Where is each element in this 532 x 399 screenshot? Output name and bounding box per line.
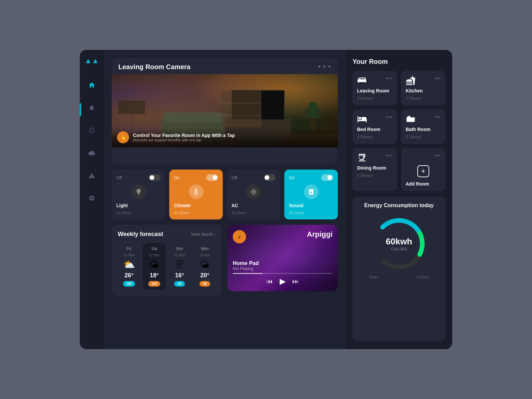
fri-date: 11 Mar	[123, 253, 135, 257]
climate-icon	[189, 185, 203, 199]
overlay-text: Control Your Favorite Room in App With a…	[133, 133, 235, 142]
sat-date: 12 Mar	[149, 253, 160, 257]
ac-time: 1h 59min	[231, 211, 276, 215]
bedroom-room-name: Bed Room	[357, 127, 392, 132]
sat-name: Sat	[151, 246, 157, 251]
sidebar: ▲▲	[80, 50, 104, 349]
ac-unit-icon	[250, 188, 257, 196]
bathroom-room-devices: 2 Device	[406, 135, 441, 139]
plant-left	[305, 108, 311, 118]
kitchen-menu[interactable]: •••	[434, 75, 441, 81]
device-card-climate[interactable]: On Climate 3h 02min	[169, 170, 223, 219]
music-artist-name: Arpiggi	[307, 230, 332, 239]
gauge-max-label: 100kwh	[416, 275, 429, 279]
room-card-bathroom-header: •••	[406, 114, 441, 124]
climate-icon-wrap	[174, 184, 218, 200]
room-card-kitchen[interactable]: ••• Kitchen 2 Device	[401, 71, 446, 105]
mon-name: Mon	[201, 246, 208, 251]
forecast-day-fri[interactable]: Fri 11 Mar ⛅ 26° 193	[118, 243, 140, 290]
fast-forward-button[interactable]: ⏭	[292, 278, 299, 285]
bed-icon	[357, 114, 367, 124]
bottom-section: Weekly forecast Next Month › Fri 11 Mar …	[112, 225, 338, 296]
music-content: ♪ Arpiggi Home Pad Not Playing ⏮ ▶ ⏭	[227, 225, 338, 291]
room-card-dining[interactable]: ••• Dining Room 5 Device	[352, 148, 397, 191]
forecast-days: Fri 11 Mar ⛅ 26° 193 Sat 12 Mar 🌤 18° 16…	[118, 243, 216, 290]
camera-menu-dots[interactable]: • • •	[318, 64, 331, 70]
kitchen-room-devices: 2 Device	[406, 96, 441, 101]
device-card-light[interactable]: Off Light 2h 20min	[112, 170, 165, 219]
sun-date: 13 Mar	[174, 253, 185, 257]
climate-toggle[interactable]	[206, 174, 218, 181]
ac-icon	[246, 185, 261, 199]
light-icon	[131, 185, 146, 199]
camera-overlay: 👆 Control Your Favorite Room in App With…	[112, 127, 338, 147]
music-progress-bar	[233, 273, 332, 274]
bathroom-menu[interactable]: •••	[434, 114, 441, 120]
add-room-menu[interactable]: •••	[434, 153, 441, 159]
mon-temp: 20°	[200, 272, 209, 279]
sound-toggle-knob	[328, 175, 332, 180]
ac-name: AC	[231, 203, 276, 208]
sound-status: On	[289, 175, 295, 180]
energy-cost: Cost $40	[386, 247, 412, 251]
dining-menu[interactable]: •••	[386, 153, 392, 159]
camera-title: Leaving Room Camera	[118, 63, 191, 71]
sat-temp: 18°	[150, 272, 159, 279]
leaving-room-menu[interactable]: •••	[386, 75, 392, 81]
room-grid: ••• Leaving Room 3 Device ••• Kitchen 2 …	[352, 71, 446, 191]
sat-weather-icon: 🌤	[150, 259, 159, 270]
bedroom-menu[interactable]: •••	[386, 114, 392, 120]
device-card-sound[interactable]: On Sound 2h 14min	[284, 170, 338, 219]
music-bottom: Home Pad Not Playing ⏮ ▶ ⏭	[233, 260, 332, 286]
camera-header: Leaving Room Camera • • •	[112, 58, 338, 74]
music-section: ♪ Arpiggi Home Pad Not Playing ⏮ ▶ ⏭	[227, 225, 338, 291]
rewind-button[interactable]: ⏮	[266, 278, 273, 285]
gauge-container: 60kwh Cost $40 0kwh 100kwh	[358, 214, 440, 279]
bell-icon	[88, 104, 95, 111]
room-card-bedroom[interactable]: ••• Bed Room 4 Device	[352, 109, 397, 144]
forecast-day-sun[interactable]: Sun 13 Mar ⛈ 16° 40	[168, 243, 191, 290]
forecast-day-sat[interactable]: Sat 12 Mar 🌤 18° 160	[143, 243, 166, 290]
light-time: 2h 20min	[116, 211, 161, 215]
fri-temp: 26°	[124, 272, 133, 279]
sidebar-item-notifications[interactable]	[86, 102, 98, 114]
kitchen-room-name: Kitchen	[406, 88, 441, 93]
climate-time: 3h 02min	[174, 211, 218, 215]
sofa-icon	[357, 75, 367, 85]
fri-name: Fri	[127, 246, 131, 251]
room-card-bedroom-header: •••	[357, 114, 392, 124]
music-progress-fill	[233, 273, 263, 274]
ac-toggle-knob	[265, 175, 269, 180]
play-button[interactable]: ▶	[280, 277, 286, 286]
sidebar-item-cloud[interactable]	[86, 147, 98, 159]
room-card-bathroom[interactable]: ••• Bath Room 2 Device	[401, 109, 446, 144]
sidebar-item-clock[interactable]	[86, 124, 98, 136]
device-card-ac[interactable]: Off AC 1h 59min	[227, 170, 280, 219]
room-card-leaving[interactable]: ••• Leaving Room 3 Device	[352, 71, 397, 105]
dining-room-name: Dining Room	[357, 165, 392, 171]
sun-weather-icon: ⛈	[175, 259, 184, 270]
forecast-day-mon[interactable]: Mon 14 Mar 🌤 20° 58	[194, 243, 216, 290]
forecast-nav[interactable]: Next Month ›	[191, 232, 216, 237]
sat-badge: 160	[148, 281, 161, 287]
sun-name: Sun	[176, 246, 183, 251]
sidebar-item-home[interactable]	[86, 79, 98, 91]
camera-image: 👆 Control Your Favorite Room in App With…	[112, 74, 338, 147]
alert-icon	[88, 172, 95, 179]
fri-weather-icon: ⛅	[123, 259, 135, 270]
sidebar-item-alerts[interactable]	[86, 170, 98, 182]
room-card-add[interactable]: ••• + Add Room	[401, 148, 446, 191]
light-status: Off	[116, 175, 122, 180]
add-room-label: Add Room	[406, 181, 441, 187]
climate-name: Climate	[174, 203, 218, 208]
bulb-icon	[135, 188, 142, 196]
sound-time: 2h 14min	[289, 211, 333, 215]
bathtub-icon	[406, 114, 416, 124]
ac-toggle[interactable]	[264, 174, 276, 181]
main-content: Leaving Room Camera • • •	[104, 50, 346, 349]
light-toggle[interactable]	[149, 174, 161, 181]
sun-badge: 40	[174, 281, 185, 287]
sound-toggle[interactable]	[321, 174, 333, 181]
room-card-leaving-header: •••	[357, 75, 392, 85]
sidebar-item-settings[interactable]	[86, 192, 98, 204]
